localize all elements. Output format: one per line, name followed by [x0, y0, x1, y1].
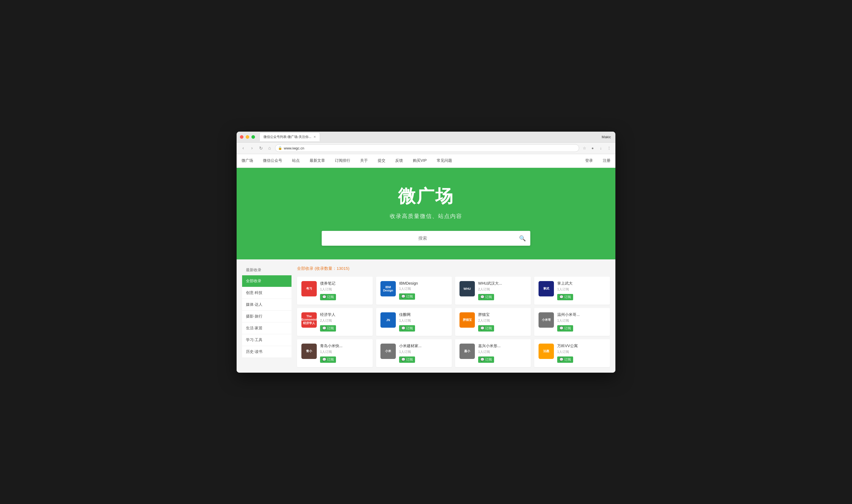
main-content: 最新收录 全部收录 创意·科技 媒体·达人 摄影·旅行 生活·家居 学习·工具 …: [237, 259, 615, 373]
subscribe-button[interactable]: 💬 订阅: [478, 357, 494, 363]
card-info: 青岛小米快... 1人订阅 💬 订阅: [320, 344, 368, 363]
sidebar-item-history[interactable]: 历史·读书: [242, 346, 292, 358]
nav-item-site[interactable]: 站点: [287, 154, 305, 167]
sidebar-item-media[interactable]: 媒体·达人: [242, 299, 292, 311]
card-avatar: 考习: [301, 281, 317, 296]
wechat-icon: 💬: [322, 326, 326, 330]
nav-item-login[interactable]: 登录: [580, 154, 598, 167]
card-name: WHU武汉大...: [478, 281, 526, 286]
card-subs: 2人订阅: [320, 318, 368, 323]
card-avatar: 胖猫宝: [459, 312, 475, 328]
site-nav: 微广场 微信公众号 站点 最新文章 订阅排行 关于 提交 反馈 购买VIP 常见…: [237, 154, 615, 168]
back-button[interactable]: ‹: [240, 145, 246, 151]
card-grid: 考习 债券笔记 1人订阅 💬 订阅 IBM Design IBMDesign 1…: [297, 277, 610, 367]
wechat-icon: 💬: [322, 295, 326, 299]
browser-tab[interactable]: 微信公众号列表-微广场-关注你... ✕: [259, 132, 320, 141]
card-info: 经济学人 2人订阅 💬 订阅: [320, 312, 368, 331]
wechat-icon: 💬: [401, 358, 405, 361]
card-item: 胖猫宝 胖猫宝 2人订阅 💬 订阅: [455, 308, 531, 336]
card-info: 万科VV公寓 1人订阅 💬 订阅: [557, 344, 606, 363]
bookmark-icon[interactable]: ☆: [581, 145, 587, 151]
card-name: IBMDesign: [399, 281, 447, 286]
user-label: Makic: [602, 135, 612, 139]
subscribe-label: 订阅: [564, 326, 571, 331]
card-subs: 1人订阅: [478, 349, 526, 354]
subscribe-label: 订阅: [327, 357, 334, 362]
sidebar-item-life[interactable]: 生活·家居: [242, 323, 292, 334]
tab-bar: 微信公众号列表-微广场-关注你... ✕: [259, 132, 602, 141]
nav-item-submit[interactable]: 提交: [373, 154, 390, 167]
subscribe-button[interactable]: 💬 订阅: [320, 294, 336, 300]
nav-item-wxgzh[interactable]: 微信公众号: [258, 154, 287, 167]
nav-item-feedback[interactable]: 反馈: [390, 154, 408, 167]
card-subs: 2人订阅: [478, 287, 526, 292]
sidebar-item-photo[interactable]: 摄影·旅行: [242, 311, 292, 323]
card-subs: 1人订阅: [557, 318, 606, 323]
subscribe-button[interactable]: 💬 订阅: [320, 325, 336, 331]
nav-item-about[interactable]: 关于: [355, 154, 373, 167]
card-name: 经济学人: [320, 312, 368, 317]
nav-item-register[interactable]: 注册: [598, 154, 615, 167]
content-total: 13015: [336, 266, 348, 271]
card-subs: 1人订阅: [557, 349, 606, 354]
content-header-suffix: ): [348, 266, 349, 271]
card-subs: 1人订阅: [399, 287, 447, 291]
tab-title: 微信公众号列表-微广场-关注你...: [263, 134, 311, 139]
wechat-icon: 💬: [480, 326, 485, 330]
card-item: JN 佳酿网 1人订阅 💬 订阅: [376, 308, 452, 336]
subscribe-button[interactable]: 💬 订阅: [320, 357, 336, 363]
card-info: 掌上武大 1人订阅 💬 订阅: [557, 281, 606, 300]
card-name: 青岛小米快...: [320, 344, 368, 348]
wechat-icon: 💬: [322, 358, 326, 361]
card-subs: 1人订阅: [399, 318, 447, 323]
subscribe-button[interactable]: 💬 订阅: [557, 357, 573, 363]
card-item: 小米哥 温州小米哥... 1人订阅 💬 订阅: [534, 308, 610, 336]
sidebar-item-tech[interactable]: 创意·科技: [242, 287, 292, 299]
sidebar-item-all[interactable]: 全部收录: [242, 275, 292, 287]
wechat-icon: 💬: [401, 326, 405, 330]
content-header-prefix: 全部收录 (收录数量：: [297, 266, 336, 271]
subscribe-button[interactable]: 💬 订阅: [399, 357, 415, 363]
card-info: 温州小米哥... 1人订阅 💬 订阅: [557, 312, 606, 331]
subscribe-button[interactable]: 💬 订阅: [399, 293, 415, 300]
subscribe-label: 订阅: [564, 295, 571, 300]
tab-close-icon[interactable]: ✕: [313, 135, 316, 139]
subscribe-label: 订阅: [485, 326, 492, 331]
subscribe-label: 订阅: [485, 357, 492, 362]
close-button[interactable]: [240, 135, 243, 139]
card-item: The Economist 经济学人 经济学人 2人订阅 💬 订阅: [297, 308, 373, 336]
browser-window: 微信公众号列表-微广场-关注你... ✕ Makic ‹ › ↻ ⌂ 🔒 www…: [237, 132, 615, 373]
subscribe-button[interactable]: 💬 订阅: [557, 325, 573, 331]
search-input[interactable]: [326, 236, 519, 241]
subscribe-button[interactable]: 💬 订阅: [478, 325, 494, 331]
home-button[interactable]: ⌂: [266, 145, 273, 151]
forward-button[interactable]: ›: [249, 145, 255, 151]
nav-item-vip[interactable]: 购买VIP: [408, 154, 432, 167]
card-avatar: The Economist 经济学人: [301, 312, 317, 328]
hero-section: 微广场 收录高质量微信、站点内容 🔍: [237, 168, 615, 259]
card-info: 债券笔记 1人订阅 💬 订阅: [320, 281, 368, 300]
card-name: 债券笔记: [320, 281, 368, 286]
card-item: WHU WHU武汉大... 2人订阅 💬 订阅: [455, 277, 531, 305]
nav-item-articles[interactable]: 最新文章: [305, 154, 330, 167]
refresh-button[interactable]: ↻: [258, 145, 264, 151]
subscribe-button[interactable]: 💬 订阅: [557, 294, 573, 300]
wechat-icon: 💬: [401, 294, 405, 298]
address-url[interactable]: www.iwgc.cn: [284, 146, 576, 150]
card-name: 掌上武大: [557, 281, 606, 286]
minimize-button[interactable]: [246, 135, 249, 139]
extension-icon[interactable]: ●: [590, 145, 596, 151]
nav-item-rank[interactable]: 订阅排行: [330, 154, 355, 167]
sidebar-item-study[interactable]: 学习·工具: [242, 334, 292, 346]
subscribe-button[interactable]: 💬 订阅: [399, 325, 415, 331]
subscribe-button[interactable]: 💬 订阅: [478, 294, 494, 300]
nav-item-wgc[interactable]: 微广场: [237, 154, 258, 167]
card-avatar: 小米哥: [539, 312, 554, 328]
card-item: 嘉小 嘉兴小米形... 1人订阅 💬 订阅: [455, 339, 531, 367]
search-icon[interactable]: 🔍: [519, 235, 526, 241]
fullscreen-button[interactable]: [251, 135, 255, 139]
menu-icon[interactable]: ⋮: [606, 145, 612, 151]
nav-item-faq[interactable]: 常见问题: [432, 154, 457, 167]
card-avatar: 泊惠: [539, 344, 554, 359]
download-icon[interactable]: ↓: [598, 145, 604, 151]
